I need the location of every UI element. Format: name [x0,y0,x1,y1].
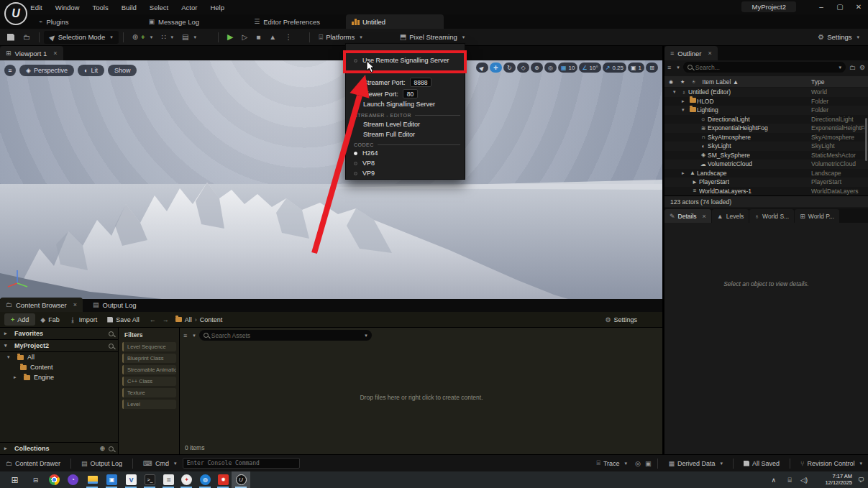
content-drawer-button[interactable]: 🗀 Content Drawer [0,455,66,472]
search-icon[interactable] [109,446,114,451]
cmd-dropdown[interactable]: ⌨ Cmd ▾ [137,455,183,472]
editor-preferences-button[interactable]: ☰ Editor Preferences [248,14,326,29]
show-dropdown[interactable]: Show [108,65,137,76]
insights-button[interactable]: ◎ [633,455,643,472]
viewport-3d[interactable] [0,60,662,299]
import-button[interactable]: ⭳ Import [65,312,103,328]
chrome-icon[interactable] [49,474,60,485]
menu-build[interactable]: Build [115,0,143,14]
clock[interactable]: 7:17 AM 12/12/2025 [825,474,852,486]
settings-dropdown[interactable]: ⚙ Settings ▾ [813,29,864,46]
menu-actor[interactable]: Actor [175,0,204,14]
filter-texture[interactable]: Texture [122,388,176,397]
gear-icon[interactable]: ⚙ [859,64,865,71]
search-icon[interactable] [109,344,114,349]
select-tool-button[interactable]: ▶ [476,63,488,73]
crumb-all[interactable]: All [185,316,192,323]
tab-world-partition[interactable]: ⊞ World P... [795,209,839,223]
favorites-section[interactable]: ▸ Favorites [0,328,118,340]
streamer-port-input[interactable]: 8888 [410,78,432,87]
network-icon[interactable]: ⌸ [788,477,792,484]
outliner-row[interactable]: ◈ SM_SkySphere StaticMeshActor [664,151,868,160]
outliner-row[interactable]: ≋ ExponentialHeightFog ExponentialHeight… [664,124,868,133]
save-all-button[interactable]: Save All [102,312,145,328]
all-saved-button[interactable]: All Saved [738,455,785,472]
tree-item-content[interactable]: Content [0,362,118,372]
filter-icon[interactable]: ≡ [183,332,187,339]
tab-content-browser[interactable]: 🗀 Content Browser × [0,298,83,312]
selection-mode-dropdown[interactable]: ▶ Selection Mode ▾ [44,31,119,44]
menu-item-codec-h264[interactable]: H264 [346,149,466,157]
outliner-search-input[interactable]: Search... ▾ [683,62,846,73]
filter-level[interactable]: Level [122,400,176,409]
screenshot-button[interactable]: ▣ [643,455,654,472]
new-folder-icon[interactable]: 🗀 [849,64,856,71]
crumb-content[interactable]: Content [200,316,223,323]
cb-settings-button[interactable]: ⚙ Settings [600,312,642,328]
viewport-options-button[interactable]: ≡ [4,65,16,76]
search-assets-input[interactable]: Search Assets ▾ [199,330,372,341]
star-icon[interactable]: ★ [680,79,685,85]
derived-data-dropdown[interactable]: ▦ Derived Data ▾ [662,455,728,472]
photos-icon[interactable]: ▣ [106,474,117,485]
save-button[interactable] [3,29,19,46]
lit-dropdown[interactable]: ◐ Lit [78,65,104,76]
tree-item-engine[interactable]: ▸ Engine [0,372,118,382]
restore-button[interactable]: ▢ [831,0,849,13]
project-section[interactable]: ▾ MyProject2 [0,340,118,352]
blue-app-icon[interactable]: ◍ [200,474,211,485]
voice-app-icon[interactable]: V [126,474,137,485]
add-button[interactable]: + Add [4,313,35,326]
stop-button[interactable]: ■ [252,29,265,46]
filter-blueprint-class[interactable]: Blueprint Class [122,354,176,363]
document-app-icon[interactable]: ≣ [163,474,174,485]
grid-snap-button[interactable]: ▦ 10 [558,63,577,73]
perspective-dropdown[interactable]: ◈ Perspective [19,65,74,76]
fab-button[interactable]: ◆ Fab [35,312,64,328]
scale-snap-button[interactable]: ↗ 0.25 [603,63,626,73]
tab-output-log[interactable]: ▤ Output Log [87,298,142,312]
task-view-icon[interactable]: ⊟ [30,474,41,485]
output-log-button[interactable]: ▤ Output Log [76,455,128,472]
tab-levels[interactable]: ▲ Levels [712,209,749,223]
compass-browser-icon[interactable]: ✦ [181,474,192,485]
tab-world-settings[interactable]: ♁ World S... [749,209,794,223]
revision-control-dropdown[interactable]: ⑂ Revision Control ▾ [795,455,868,472]
tray-expand-icon[interactable]: ∧ [771,477,776,484]
viewer-port-input[interactable]: 80 [403,89,418,98]
column-item-label[interactable]: Item Label ▲ [703,78,739,86]
outliner-row[interactable]: ☁ VolumetricCloud VolumetricCloud [664,160,868,169]
outliner-row[interactable]: ☼ DirectionalLight DirectionalLight [664,115,868,124]
console-command-input[interactable] [183,458,300,469]
outliner-scrollbar[interactable] [865,118,867,161]
media-app-icon[interactable]: ✹ [218,474,229,485]
frame-skip-button[interactable]: ▷ [238,29,252,46]
add-collection-icon[interactable]: ⊕ [99,445,105,452]
column-type[interactable]: Type [811,78,824,86]
eye-icon[interactable]: ◉ [669,79,673,85]
outliner-row[interactable]: ▸ HLOD Folder [664,97,868,106]
menu-select[interactable]: Select [143,0,175,14]
cinematics-dropdown[interactable]: ▤ ▾ [178,29,201,46]
outliner-row[interactable]: ▸ ▲ Landscape Landscape [664,169,868,178]
menu-window[interactable]: Window [49,0,86,14]
menu-item-launch-signalling[interactable]: Launch Signalling Server [346,101,466,108]
add-actor-dropdown[interactable]: ⊕ + ▾ [128,29,157,46]
back-button[interactable]: ← [145,312,161,328]
scale-tool-button[interactable]: ◇ [517,63,529,73]
world-space-button[interactable]: ⊕ [531,63,543,73]
speaker-icon[interactable]: ◁) [800,477,808,484]
minimize-button[interactable]: – [812,0,831,13]
camera-speed-button[interactable]: ▣ 1 [628,63,644,73]
play-button[interactable]: ▶ [223,29,237,46]
expand-icon[interactable]: ▸ [682,98,688,104]
terminal-icon[interactable]: >_ [145,474,155,485]
menu-item-codec-vp9[interactable]: VP9 [346,170,466,177]
close-icon[interactable]: × [703,213,706,220]
start-button[interactable]: ⊞ [9,474,20,485]
menu-help[interactable]: Help [204,0,231,14]
tab-viewport-1[interactable]: ⊞ Viewport 1 × [0,46,63,60]
browse-content-button[interactable]: 🗀 [19,29,35,46]
blueprints-dropdown[interactable]: ∷ ▾ [157,29,178,46]
menu-item-stream-level-editor[interactable]: Stream Level Editor [346,121,466,128]
